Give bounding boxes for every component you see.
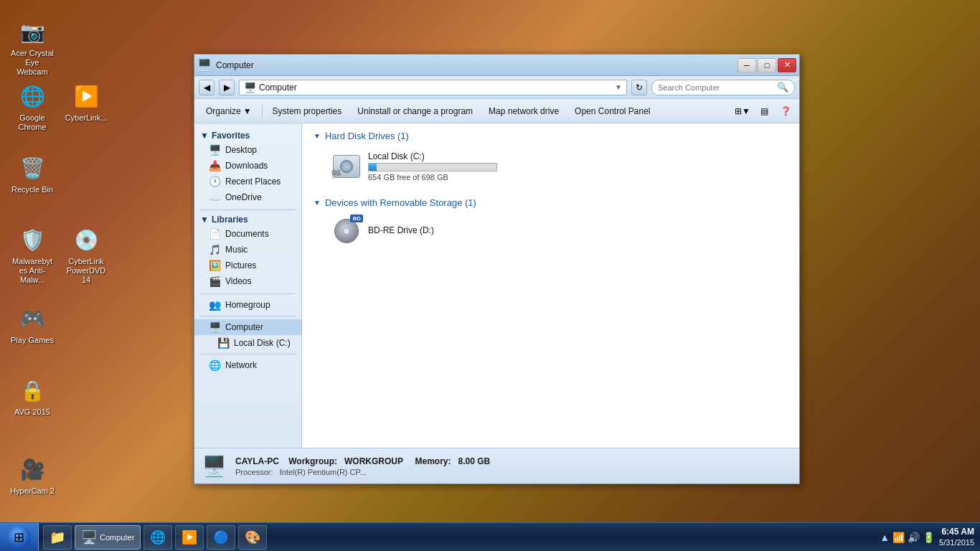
map-network-button[interactable]: Map network drive	[481, 102, 566, 121]
search-icon: 🔍	[777, 82, 788, 93]
sidebar-item-network[interactable]: 🌐 Network	[194, 357, 301, 373]
play-games-label: Play Games	[10, 336, 55, 345]
address-dropdown-arrow[interactable]: ▼	[615, 83, 622, 91]
address-bar: ◀ ▶ 🖥️ Computer ▼ ↻ 🔍	[194, 76, 799, 99]
system-clock[interactable]: 6:45 AM 5/31/2015	[939, 527, 974, 548]
malwarebytes-label: Malwarebytes Anti-Malw...	[10, 257, 55, 286]
taskbar-media-icon: ▶️	[182, 529, 197, 545]
disc-inner	[343, 227, 350, 235]
minimize-button[interactable]: ─	[738, 58, 756, 72]
taskbar-paint-icon: 🎨	[245, 529, 260, 545]
sidebar: ▼ Favorites 🖥️ Desktop 📥 Downloads 🕐 Rec…	[194, 123, 302, 448]
tray-battery-icon[interactable]: 🔋	[923, 532, 935, 543]
status-bar: 🖥️ CAYLA-PC Workgroup: WORKGROUP Memory:…	[194, 448, 799, 484]
view-options-button[interactable]: ⊞▼	[733, 102, 752, 121]
desktop-sidebar-icon: 🖥️	[209, 144, 221, 156]
network-label: Network	[225, 360, 257, 370]
taskbar-paint[interactable]: 🎨	[238, 525, 267, 550]
hard-disk-section-header[interactable]: ▼ Hard Disk Drives (1)	[314, 131, 788, 141]
taskbar-chrome-icon: 🔵	[213, 529, 229, 545]
sidebar-item-downloads[interactable]: 📥 Downloads	[194, 158, 301, 174]
help-button[interactable]: ❓	[776, 102, 795, 121]
desktop-icon-hypercam[interactable]: 🎥 HyperCam 2	[7, 452, 57, 499]
desktop-icon-acer-webcam[interactable]: 📷 Acer Crystal Eye Webcam	[7, 14, 57, 80]
taskbar-computer[interactable]: 🖥️ Computer	[75, 525, 141, 550]
libraries-section: ▼ Libraries 📄 Documents 🎵 Music 🖼️ Pictu…	[194, 213, 301, 289]
cyberlink-powerdvd-label: CyberLink PowerDVD 14	[64, 257, 108, 286]
favorites-chevron: ▼	[200, 131, 209, 141]
uninstall-button[interactable]: Uninstall or change a program	[350, 102, 480, 121]
libraries-header[interactable]: ▼ Libraries	[194, 213, 301, 226]
bdre-icon: BD	[333, 217, 360, 245]
taskbar-computer-label: Computer	[100, 533, 134, 542]
sidebar-item-computer[interactable]: 🖥️ Computer	[194, 319, 301, 335]
close-button[interactable]: ✕	[778, 58, 796, 72]
sidebar-item-desktop[interactable]: 🖥️ Desktop	[194, 142, 301, 158]
acer-webcam-label: Acer Crystal Eye Webcam	[10, 49, 55, 77]
sidebar-item-music[interactable]: 🎵 Music	[194, 242, 301, 258]
desktop-icon-cyberlink[interactable]: ▶️ CyberLink...	[61, 79, 111, 126]
tray-volume-icon[interactable]: 🔊	[908, 532, 920, 543]
taskbar-media[interactable]: ▶️	[175, 525, 204, 550]
file-area: ▼ Hard Disk Drives (1) 🏁 Local Disk (C:)	[302, 123, 799, 448]
address-icon: 🖥️	[244, 82, 256, 93]
memory-value: 8.00 GB	[458, 456, 491, 466]
taskbar-explorer[interactable]: 📁	[43, 525, 72, 550]
videos-icon: 🎬	[209, 276, 221, 287]
sidebar-divider-3	[200, 316, 296, 316]
disc-outer	[334, 219, 359, 243]
maximize-button[interactable]: □	[758, 58, 776, 72]
sidebar-item-pictures[interactable]: 🖼️ Pictures	[194, 258, 301, 273]
back-button[interactable]: ◀	[199, 80, 215, 95]
sidebar-item-videos[interactable]: 🎬 Videos	[194, 273, 301, 289]
taskbar-ie[interactable]: 🌐	[143, 525, 172, 550]
cyberlink-icon: ▶️	[72, 82, 100, 110]
toolbar-separator-1	[262, 104, 263, 118]
forward-button[interactable]: ▶	[219, 80, 235, 95]
sidebar-item-homegroup[interactable]: 👥 Homegroup	[194, 297, 301, 313]
window-controls: ─ □ ✕	[738, 58, 796, 72]
bd-badge: BD	[350, 215, 363, 222]
tray-arrow-icon[interactable]: ▲	[880, 532, 890, 543]
sidebar-item-recent-places[interactable]: 🕐 Recent Places	[194, 174, 301, 189]
tray-network-icon[interactable]: 📶	[892, 532, 905, 543]
desktop-icon-recycle-bin[interactable]: 🗑️ Recycle Bin	[7, 151, 57, 197]
memory-label: Memory:	[415, 456, 451, 466]
desktop-icon-malwarebytes[interactable]: 🛡️ Malwarebytes Anti-Malw...	[7, 222, 57, 288]
status-pc-icon: 🖥️	[202, 454, 227, 478]
search-input[interactable]	[658, 83, 774, 92]
windows-logo-badge: 🏁	[331, 169, 342, 181]
cyberlink-label: CyberLink...	[64, 113, 108, 123]
clock-time: 6:45 AM	[939, 527, 974, 538]
refresh-button[interactable]: ↻	[631, 80, 647, 95]
hard-disk-chevron: ▼	[314, 132, 321, 140]
bdre-name: BD-RE Drive (D:)	[368, 225, 781, 235]
desktop-icon-play-games[interactable]: 🎮 Play Games	[7, 301, 57, 348]
favorites-header[interactable]: ▼ Favorites	[194, 129, 301, 142]
bdre-drive-item[interactable]: BD BD-RE Drive (D:)	[325, 214, 788, 248]
preview-pane-button[interactable]: ▤	[755, 102, 773, 121]
organize-button[interactable]: Organize ▼	[199, 102, 259, 121]
taskbar-chrome[interactable]: 🔵	[207, 525, 235, 550]
system-properties-button[interactable]: System properties	[265, 102, 349, 121]
hard-disk-section-title: Hard Disk Drives (1)	[325, 131, 409, 141]
avg-label: AVG 2015	[10, 408, 55, 417]
sidebar-item-local-disk[interactable]: 💾 Local Disk (C:)	[194, 335, 301, 351]
music-icon: 🎵	[209, 244, 221, 255]
downloads-sidebar-label: Downloads	[225, 161, 268, 171]
bdre-icon-wrap: BD	[332, 218, 361, 244]
removable-section-header[interactable]: ▼ Devices with Removable Storage (1)	[314, 197, 788, 208]
start-button[interactable]: ⊞	[0, 523, 39, 552]
address-field[interactable]: 🖥️ Computer ▼	[239, 80, 627, 95]
homegroup-icon: 👥	[209, 299, 221, 311]
documents-label: Documents	[225, 229, 269, 239]
sidebar-item-documents[interactable]: 📄 Documents	[194, 226, 301, 242]
desktop-icon-avg[interactable]: 🔒 AVG 2015	[7, 373, 57, 420]
sidebar-item-onedrive[interactable]: ☁️ OneDrive	[194, 189, 301, 205]
open-control-panel-button[interactable]: Open Control Panel	[567, 102, 657, 121]
desktop-icon-google-chrome[interactable]: 🌐 Google Chrome	[7, 79, 57, 135]
desktop-icon-cyberlink-powerdvd[interactable]: 💿 CyberLink PowerDVD 14	[61, 222, 111, 288]
sidebar-divider-2	[200, 293, 296, 294]
local-disk-c-item[interactable]: 🏁 Local Disk (C:) 654 GB free of 698 GB	[325, 147, 788, 186]
search-box[interactable]: 🔍	[651, 80, 795, 95]
